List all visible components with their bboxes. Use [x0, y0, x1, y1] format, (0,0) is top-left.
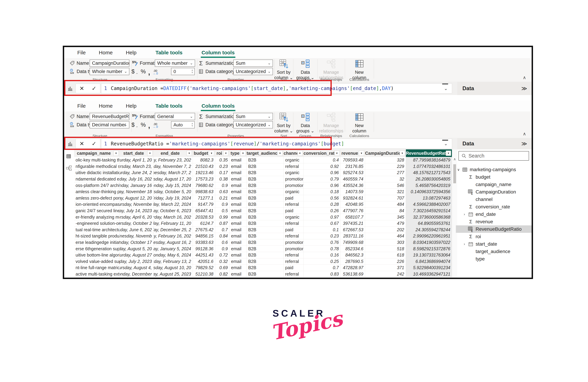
tree-item-revenuebudgetratio[interactable]: ΣRevenueBudgetRatio — [456, 225, 532, 233]
cell-end-date[interactable]: Monday, May 6, 2024 — [154, 252, 193, 258]
cell-roi[interactable]: 0.69 — [215, 265, 230, 271]
cell-start-date[interactable]: Thursday, March 23, — [120, 163, 154, 170]
cell-conversion-rate[interactable]: 0.76 — [303, 239, 340, 246]
cell-target-audience[interactable]: B2B — [247, 258, 284, 265]
data-category-dropdown[interactable]: Uncategorized⌄ — [233, 68, 273, 75]
cell-start-date[interactable]: Monday, January 16 — [120, 182, 154, 189]
cell-conversion-rate[interactable]: 0.96 — [303, 182, 340, 189]
tree-item-campaign-name[interactable]: campaign_name — [456, 181, 532, 188]
thousands-separator-icon[interactable]: , — [148, 123, 150, 128]
cell-type[interactable]: email — [230, 246, 247, 252]
cell-campaignduration[interactable]: 479 — [365, 220, 406, 227]
tree-item-revenue[interactable]: Σrevenue — [456, 218, 532, 225]
cell-roi[interactable]: 0.38 — [215, 176, 230, 182]
cell-roi[interactable]: 0.72 — [215, 252, 230, 258]
cell-channel[interactable]: referral — [284, 201, 303, 208]
cell-revenuebudgetratio[interactable]: 10.4693362947121 — [406, 271, 452, 277]
cell-conversion-rate[interactable]: 0.97 — [303, 214, 340, 220]
cell-end-date[interactable]: Wednesday, August 16, 2 — [154, 239, 193, 246]
tree-item-end-date[interactable]: ›end_date — [456, 210, 532, 218]
column-header-channel[interactable]: channel▾ — [284, 149, 303, 157]
cell-revenue[interactable]: 749909.68 — [340, 239, 365, 246]
cell-type[interactable]: email — [230, 265, 247, 271]
cell-target-audience[interactable]: B2B — [247, 227, 284, 233]
cell-channel[interactable]: paid — [284, 265, 303, 271]
cell-type[interactable]: email — [230, 258, 247, 265]
column-header-start-date[interactable]: start_date▾ — [120, 149, 154, 157]
cell-campaignduration[interactable]: 484 — [365, 201, 406, 208]
cell-revenuebudgetratio[interactable]: 8.03041903597022 — [406, 239, 452, 246]
tree-item-conversion-rate[interactable]: Σconversion_rate — [456, 203, 532, 210]
filter-icon-type[interactable]: ▾ — [240, 151, 246, 156]
data-groups-button[interactable]: Datagroups ⌄ — [293, 112, 317, 134]
cell-start-date[interactable]: Tuesday, June 6, 202 — [120, 227, 154, 233]
cell-target-audience[interactable]: B2B — [247, 182, 284, 189]
cell-roi[interactable]: 0.6 — [215, 239, 230, 246]
tree-item-channel[interactable]: channel — [456, 196, 532, 203]
cell-revenue[interactable]: 932824.61 — [340, 195, 365, 202]
cancel-icon[interactable]: ✕ — [80, 140, 84, 147]
cell-roi[interactable]: 0.5 — [215, 208, 230, 214]
new-column-button[interactable]: Newcolumn — [345, 112, 374, 134]
cell-roi[interactable]: 0.32 — [215, 258, 230, 265]
cell-budget[interactable]: 27675.42 — [193, 227, 215, 233]
cell-start-date[interactable]: Saturday, August 27 — [120, 252, 154, 258]
cell-campaignduration[interactable]: 242 — [365, 271, 406, 277]
cell-campaign-name[interactable]: uitive didactic installation — [74, 170, 120, 176]
tab-table-tools[interactable]: Table tools — [155, 47, 182, 58]
cell-conversion-rate[interactable]: 0.67 — [303, 220, 340, 227]
cell-campaign-name[interactable]: ht-sized tangible product — [74, 233, 120, 239]
model-view-icon[interactable] — [66, 165, 72, 171]
cell-conversion-rate[interactable]: 0.26 — [303, 208, 340, 214]
cell-target-audience[interactable]: B2B — [247, 246, 284, 252]
cell-end-date[interactable]: Friday, February 16, 202 — [154, 233, 193, 239]
cell-roi[interactable]: 0.99 — [215, 214, 230, 220]
cell-campaignduration[interactable]: 371 — [365, 265, 406, 271]
expand-chevron-icon[interactable]: › — [462, 212, 467, 216]
cell-campaignduration[interactable]: 202 — [365, 227, 406, 233]
cell-end-date[interactable]: Tuesday, November 7, 2 — [154, 163, 193, 170]
currency-format-icon[interactable]: $ — [131, 68, 135, 75]
summarization-dropdown[interactable]: Sum⌄ — [233, 113, 273, 120]
decimal-places-icon[interactable]: .00→.0 — [152, 123, 158, 128]
cell-conversion-rate[interactable]: 0.78 — [303, 246, 340, 252]
cell-budget[interactable]: 19213.46 — [193, 170, 215, 176]
cell-budget[interactable]: 20328.53 — [193, 214, 215, 220]
cell-roi[interactable]: 0.7 — [215, 227, 230, 233]
cell-start-date[interactable]: Sunday, July 2, 2023 — [120, 258, 154, 265]
commit-icon[interactable]: ✓ — [92, 85, 96, 92]
cell-revenuebudgetratio[interactable]: 1.07747032486101 — [406, 163, 452, 170]
cell-target-audience[interactable]: B2B — [247, 271, 284, 277]
cell-start-date[interactable]: Wednesday, Novemb — [120, 233, 154, 239]
cell-budget[interactable]: 99128.36 — [193, 246, 215, 252]
cell-campaignduration[interactable]: 84 — [365, 208, 406, 214]
filter-icon-campaignduration[interactable]: ▾ — [400, 151, 405, 156]
stepper-arrows-icon[interactable]: ˄˅ — [192, 68, 193, 75]
cell-target-audience[interactable]: B2B — [247, 189, 284, 195]
scroll-up-icon[interactable]: ∧ — [452, 157, 457, 161]
column-header-budget[interactable]: budget▾ — [193, 149, 215, 157]
report-view-icon[interactable] — [67, 141, 73, 147]
datatype-dropdown[interactable]: Decimal number⌄ — [90, 121, 129, 128]
cell-roi[interactable]: 0.63 — [215, 189, 230, 195]
cell-revenue[interactable]: 283711.16 — [340, 233, 365, 239]
cell-target-audience[interactable]: B2B — [247, 163, 284, 170]
cell-budget[interactable]: 6124.7 — [193, 220, 215, 227]
cell-type[interactable]: email — [230, 214, 247, 220]
tab-home[interactable]: Home — [99, 100, 113, 112]
cell-conversion-rate[interactable]: 0.4 — [303, 157, 340, 163]
cell-channel[interactable]: promotion — [284, 246, 303, 252]
cell-roi[interactable]: 0.82 — [215, 271, 230, 277]
cell-conversion-rate[interactable]: 0.16 — [303, 252, 340, 258]
cell-conversion-rate[interactable]: 0.92 — [303, 163, 340, 170]
cell-budget[interactable]: 79680.62 — [193, 182, 215, 189]
filter-icon-end-date[interactable]: ▾ — [187, 151, 192, 156]
cell-target-audience[interactable]: B2B — [247, 252, 284, 258]
cell-revenuebudgetratio[interactable]: 5.92298400391234 — [406, 265, 452, 271]
formula-input[interactable]: 1RevenueBudgetRatio = 'marketing-campaig… — [101, 139, 452, 149]
cell-end-date[interactable]: Friday, October 6, 2023 — [154, 208, 193, 214]
cell-revenue[interactable]: 925274.53 — [340, 170, 365, 176]
cell-revenuebudgetratio[interactable]: 48.1576212717543 — [406, 170, 452, 176]
decimal-places-icon[interactable]: .00→.0 — [152, 69, 158, 75]
cell-revenue[interactable]: 477907.76 — [340, 208, 365, 214]
